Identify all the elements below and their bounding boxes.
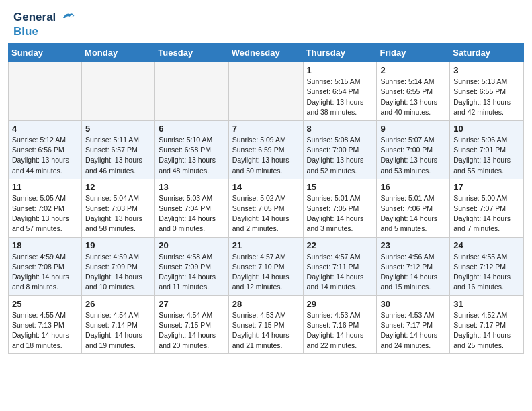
day-number: 10 <box>453 124 520 134</box>
day-number: 29 <box>307 299 373 309</box>
day-number: 31 <box>453 299 520 309</box>
logo: General Blue <box>13 11 75 38</box>
logo-text: General Blue <box>13 11 75 38</box>
day-number: 30 <box>380 299 446 309</box>
day-number: 13 <box>159 182 224 192</box>
day-number: 17 <box>453 182 520 192</box>
day-info: Sunrise: 4:55 AM Sunset: 7:13 PM Dayligh… <box>12 310 78 351</box>
calendar-cell: 1Sunrise: 5:15 AM Sunset: 6:54 PM Daylig… <box>303 62 377 121</box>
day-number: 7 <box>232 124 300 134</box>
calendar-cell: 7Sunrise: 5:09 AM Sunset: 6:59 PM Daylig… <box>228 120 303 179</box>
weekday-header-saturday: Saturday <box>450 44 524 62</box>
calendar-cell: 20Sunrise: 4:58 AM Sunset: 7:09 PM Dayli… <box>155 237 228 295</box>
weekday-header-thursday: Thursday <box>303 44 377 62</box>
week-row-5: 25Sunrise: 4:55 AM Sunset: 7:13 PM Dayli… <box>9 295 524 354</box>
weekday-header-wednesday: Wednesday <box>228 44 303 62</box>
calendar-cell: 12Sunrise: 5:04 AM Sunset: 7:03 PM Dayli… <box>82 179 155 237</box>
day-info: Sunrise: 4:52 AM Sunset: 7:17 PM Dayligh… <box>453 310 520 351</box>
day-info: Sunrise: 4:53 AM Sunset: 7:16 PM Dayligh… <box>307 310 373 351</box>
day-number: 27 <box>159 299 224 309</box>
calendar-cell: 25Sunrise: 4:55 AM Sunset: 7:13 PM Dayli… <box>9 295 82 354</box>
day-info: Sunrise: 5:11 AM Sunset: 6:57 PM Dayligh… <box>85 135 151 176</box>
calendar-cell <box>228 62 303 121</box>
day-number: 21 <box>232 240 300 250</box>
day-info: Sunrise: 5:13 AM Sunset: 6:55 PM Dayligh… <box>453 77 520 118</box>
day-number: 26 <box>85 299 151 309</box>
day-number: 4 <box>12 124 78 134</box>
calendar-cell: 24Sunrise: 4:55 AM Sunset: 7:12 PM Dayli… <box>450 237 524 295</box>
logo-blue: Blue <box>13 25 75 38</box>
day-info: Sunrise: 5:01 AM Sunset: 7:05 PM Dayligh… <box>307 193 373 234</box>
day-number: 24 <box>453 240 520 250</box>
day-number: 22 <box>307 240 373 250</box>
day-info: Sunrise: 4:57 AM Sunset: 7:10 PM Dayligh… <box>232 252 300 293</box>
day-info: Sunrise: 4:59 AM Sunset: 7:09 PM Dayligh… <box>85 252 151 293</box>
day-number: 8 <box>307 124 373 134</box>
day-info: Sunrise: 5:04 AM Sunset: 7:03 PM Dayligh… <box>85 193 151 234</box>
calendar-cell: 17Sunrise: 5:00 AM Sunset: 7:07 PM Dayli… <box>450 179 524 237</box>
day-number: 9 <box>380 124 446 134</box>
day-number: 16 <box>380 182 446 192</box>
day-number: 12 <box>85 182 151 192</box>
week-row-2: 4Sunrise: 5:12 AM Sunset: 6:56 PM Daylig… <box>9 120 524 179</box>
calendar-cell: 21Sunrise: 4:57 AM Sunset: 7:10 PM Dayli… <box>228 237 303 295</box>
calendar-cell <box>82 62 155 121</box>
day-number: 23 <box>380 240 446 250</box>
calendar-cell: 30Sunrise: 4:53 AM Sunset: 7:17 PM Dayli… <box>377 295 450 354</box>
weekday-header-sunday: Sunday <box>9 44 82 62</box>
calendar-header: SundayMondayTuesdayWednesdayThursdayFrid… <box>9 44 524 62</box>
day-number: 6 <box>159 124 224 134</box>
weekday-header-monday: Monday <box>82 44 155 62</box>
calendar-cell: 26Sunrise: 4:54 AM Sunset: 7:14 PM Dayli… <box>82 295 155 354</box>
day-info: Sunrise: 5:05 AM Sunset: 7:02 PM Dayligh… <box>12 193 78 234</box>
day-info: Sunrise: 5:15 AM Sunset: 6:54 PM Dayligh… <box>307 77 373 118</box>
day-info: Sunrise: 5:09 AM Sunset: 6:59 PM Dayligh… <box>232 135 300 176</box>
day-number: 19 <box>85 240 151 250</box>
calendar-cell: 28Sunrise: 4:53 AM Sunset: 7:15 PM Dayli… <box>228 295 303 354</box>
day-info: Sunrise: 5:00 AM Sunset: 7:07 PM Dayligh… <box>453 193 520 234</box>
calendar-cell <box>9 62 82 121</box>
day-info: Sunrise: 5:12 AM Sunset: 6:56 PM Dayligh… <box>12 135 78 176</box>
day-number: 5 <box>85 124 151 134</box>
calendar-cell: 19Sunrise: 4:59 AM Sunset: 7:09 PM Dayli… <box>82 237 155 295</box>
week-row-3: 11Sunrise: 5:05 AM Sunset: 7:02 PM Dayli… <box>9 179 524 237</box>
calendar-cell: 11Sunrise: 5:05 AM Sunset: 7:02 PM Dayli… <box>9 179 82 237</box>
calendar-cell: 10Sunrise: 5:06 AM Sunset: 7:01 PM Dayli… <box>450 120 524 179</box>
logo-bird-icon <box>60 11 75 25</box>
weekday-header-row: SundayMondayTuesdayWednesdayThursdayFrid… <box>9 44 524 62</box>
calendar-cell: 22Sunrise: 4:57 AM Sunset: 7:11 PM Dayli… <box>303 237 377 295</box>
day-number: 18 <box>12 240 78 250</box>
day-info: Sunrise: 4:54 AM Sunset: 7:14 PM Dayligh… <box>85 310 151 351</box>
calendar-cell: 6Sunrise: 5:10 AM Sunset: 6:58 PM Daylig… <box>155 120 228 179</box>
day-info: Sunrise: 4:56 AM Sunset: 7:12 PM Dayligh… <box>380 252 446 293</box>
calendar-cell: 27Sunrise: 4:54 AM Sunset: 7:15 PM Dayli… <box>155 295 228 354</box>
day-info: Sunrise: 5:08 AM Sunset: 7:00 PM Dayligh… <box>307 135 373 176</box>
calendar-cell: 4Sunrise: 5:12 AM Sunset: 6:56 PM Daylig… <box>9 120 82 179</box>
weekday-header-tuesday: Tuesday <box>155 44 228 62</box>
day-number: 14 <box>232 182 300 192</box>
day-number: 28 <box>232 299 300 309</box>
day-number: 20 <box>159 240 224 250</box>
calendar-cell: 3Sunrise: 5:13 AM Sunset: 6:55 PM Daylig… <box>450 62 524 121</box>
day-info: Sunrise: 4:55 AM Sunset: 7:12 PM Dayligh… <box>453 252 520 293</box>
day-info: Sunrise: 5:06 AM Sunset: 7:01 PM Dayligh… <box>453 135 520 176</box>
calendar-table: SundayMondayTuesdayWednesdayThursdayFrid… <box>8 43 524 354</box>
day-info: Sunrise: 5:14 AM Sunset: 6:55 PM Dayligh… <box>380 77 446 118</box>
day-info: Sunrise: 5:01 AM Sunset: 7:06 PM Dayligh… <box>380 193 446 234</box>
day-info: Sunrise: 5:02 AM Sunset: 7:05 PM Dayligh… <box>232 193 300 234</box>
calendar-wrapper: SundayMondayTuesdayWednesdayThursdayFrid… <box>0 43 532 362</box>
day-info: Sunrise: 4:58 AM Sunset: 7:09 PM Dayligh… <box>159 252 224 293</box>
calendar-cell: 15Sunrise: 5:01 AM Sunset: 7:05 PM Dayli… <box>303 179 377 237</box>
day-info: Sunrise: 4:54 AM Sunset: 7:15 PM Dayligh… <box>159 310 224 351</box>
day-info: Sunrise: 5:07 AM Sunset: 7:00 PM Dayligh… <box>380 135 446 176</box>
calendar-cell: 9Sunrise: 5:07 AM Sunset: 7:00 PM Daylig… <box>377 120 450 179</box>
calendar-cell: 14Sunrise: 5:02 AM Sunset: 7:05 PM Dayli… <box>228 179 303 237</box>
calendar-cell: 8Sunrise: 5:08 AM Sunset: 7:00 PM Daylig… <box>303 120 377 179</box>
calendar-cell: 2Sunrise: 5:14 AM Sunset: 6:55 PM Daylig… <box>377 62 450 121</box>
calendar-cell: 18Sunrise: 4:59 AM Sunset: 7:08 PM Dayli… <box>9 237 82 295</box>
page-header: General Blue <box>0 0 532 43</box>
day-info: Sunrise: 4:57 AM Sunset: 7:11 PM Dayligh… <box>307 252 373 293</box>
day-number: 25 <box>12 299 78 309</box>
day-number: 11 <box>12 182 78 192</box>
day-info: Sunrise: 4:59 AM Sunset: 7:08 PM Dayligh… <box>12 252 78 293</box>
